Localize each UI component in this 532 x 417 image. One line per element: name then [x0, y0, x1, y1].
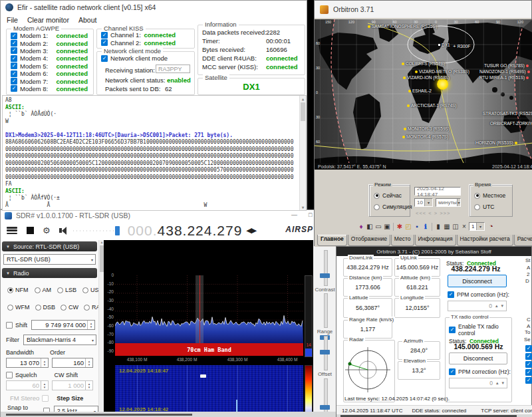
time-utc-radio[interactable]: [474, 204, 480, 210]
chevron-down-icon[interactable]: ▾: [476, 223, 484, 230]
tx-ppm-checkbox[interactable]: [449, 368, 456, 375]
gear-icon[interactable]: ⚙: [43, 226, 51, 235]
split-view-icon[interactable]: ◫: [452, 222, 460, 231]
monitor-scrollbar[interactable]: ▲ ▼: [299, 96, 306, 210]
waterfall[interactable]: 12.04.2025 14:18:47 12.04.2025 14:18:42: [115, 365, 303, 417]
scroll-up-icon[interactable]: ▲: [300, 96, 306, 102]
menu-icon[interactable]: [7, 227, 17, 234]
mode-sim-radio[interactable]: [374, 204, 380, 210]
mode-radio[interactable]: DSB: [35, 304, 56, 311]
modem-checkbox[interactable]: [11, 40, 17, 47]
squelch-checkbox[interactable]: [6, 372, 13, 378]
radio-panel-header[interactable]: ▼ Radio: [2, 268, 97, 278]
chevron-down-icon[interactable]: ▾: [424, 199, 432, 206]
volume-slider-handle[interactable]: [115, 226, 120, 235]
volume-icon[interactable]: [59, 227, 66, 235]
menu-clear-monitor[interactable]: Clear monitor: [27, 16, 69, 24]
world-map[interactable]: 1501209060300306090120 60 30 0 30 60 SAM…: [315, 19, 532, 163]
info-icon[interactable]: ℹ: [422, 222, 430, 231]
minimize-button[interactable]: —: [291, 211, 297, 218]
menu-file[interactable]: File: [7, 16, 18, 24]
close-icon[interactable]: ×: [460, 222, 468, 231]
mode-radio[interactable]: CW: [61, 304, 78, 311]
chevron-down-icon[interactable]: ▾: [457, 199, 460, 206]
frequency-step-arrows[interactable]: ◀▶: [246, 226, 256, 235]
exit-icon[interactable]: ♦: [357, 222, 365, 231]
orbitron-tab[interactable]: Информация: [415, 235, 456, 246]
orbitron-tab[interactable]: Главное: [317, 235, 347, 246]
spinner-icon[interactable]: ▴▾: [85, 358, 92, 367]
shift-field[interactable]: 9 749 974 000 ▴▾: [31, 320, 95, 330]
screen-select-combo[interactable]: 1 ▾: [469, 222, 485, 231]
orbitron-titlebar[interactable]: Orbitron 3.71: [315, 1, 531, 18]
rx-ppm-checkbox[interactable]: [448, 291, 454, 298]
time-local-radio[interactable]: [474, 193, 480, 199]
satellite-checkbox[interactable]: [525, 361, 532, 368]
modem-checkbox[interactable]: [11, 70, 17, 77]
shift-checkbox[interactable]: [6, 322, 13, 329]
tx-ppm-field[interactable]: 0 ▴ ▾: [449, 378, 507, 388]
mode-radio[interactable]: LSB: [57, 287, 76, 293]
scroll-down-icon[interactable]: ▼: [300, 204, 306, 210]
menu-about[interactable]: About: [78, 16, 96, 24]
channel-checkbox[interactable]: [101, 32, 108, 39]
source-combo[interactable]: RTL-SDR (USB) ▾: [3, 254, 96, 265]
modem-checkbox[interactable]: [11, 55, 17, 62]
spinner-up-icon[interactable]: ▴: [496, 380, 499, 386]
clock-icon[interactable]: ◔: [489, 222, 493, 230]
satellite-checkbox[interactable]: [525, 345, 532, 352]
rx-ppm-field[interactable]: 0 ▴ ▾: [448, 301, 507, 311]
zoom-slider[interactable]: [324, 250, 328, 286]
minimize-icon[interactable]: ▭: [374, 222, 382, 231]
bandwidth-field[interactable]: 13 070 ▴▾: [6, 358, 49, 368]
satellite-checkbox[interactable]: [525, 369, 532, 376]
spinner-down-icon[interactable]: ▾: [501, 303, 503, 309]
orbitron-tab[interactable]: Настройки расчета: [457, 235, 513, 246]
spinner-down-icon[interactable]: ▾: [501, 380, 504, 386]
tx-disconnect-button[interactable]: Disconnect: [449, 352, 507, 364]
mode-now-radio[interactable]: [374, 193, 380, 199]
mode-radio[interactable]: AM: [35, 287, 52, 293]
volume-slider[interactable]: [73, 227, 120, 234]
network-mode-checkbox[interactable]: [101, 55, 108, 62]
open-tle-icon[interactable]: ◰: [404, 222, 412, 231]
setup-icon[interactable]: ✱: [396, 222, 404, 231]
step-unit-combo[interactable]: минуты ▾: [436, 198, 461, 207]
datetime-field[interactable]: 2025-04-12 14:18:47: [414, 187, 461, 196]
receiving-station-input[interactable]: RA3PPY: [156, 65, 190, 73]
stop-icon[interactable]: [27, 227, 34, 234]
screenshot-icon[interactable]: ◧: [366, 222, 374, 231]
frequency-display[interactable]: 000.438.224.279 ◀▶: [128, 223, 257, 239]
spectrum-plot[interactable]: 70cm Ham Band: [115, 275, 303, 356]
rx-disconnect-button[interactable]: Disconnect: [448, 275, 507, 287]
toolbar-separator[interactable]: [392, 222, 395, 231]
scrollbar-thumb[interactable]: [301, 102, 305, 121]
filter-combo[interactable]: Blackman-Harris 4 ▾: [23, 335, 96, 345]
horizontal-scrollbar[interactable]: [6, 414, 192, 416]
toolbar-separator[interactable]: [430, 222, 434, 231]
modem-checkbox[interactable]: [11, 78, 17, 84]
source-panel-header[interactable]: ▼ Source: RTL-SDR (USB): [2, 241, 97, 251]
packet-monitor[interactable]: ▲ ▼ A8 ASCII: ¦ ``b` ÀÒÅdÙÔ(· W DX1>Mode…: [2, 95, 307, 211]
spinner-icon[interactable]: ▴▾: [87, 321, 94, 329]
fullscreen-icon[interactable]: ▣: [383, 222, 391, 231]
order-field[interactable]: 160 ▴▾: [52, 358, 93, 368]
modem-checkbox[interactable]: [11, 47, 17, 54]
spinner-icon[interactable]: ▴▾: [41, 358, 48, 367]
modem-checkbox[interactable]: [11, 33, 17, 39]
contrast-slider[interactable]: [324, 293, 328, 328]
orbitron-tab[interactable]: Расчет: [514, 235, 532, 246]
range-slider-handle[interactable]: [320, 350, 330, 354]
modem-checkbox[interactable]: [11, 63, 17, 69]
modem-checkbox[interactable]: [11, 85, 17, 92]
step-value-combo[interactable]: 10 ▾: [414, 198, 433, 207]
mode-radio[interactable]: WFM: [7, 304, 30, 311]
satellite-checkbox[interactable]: [525, 377, 532, 384]
sdr-titlebar[interactable]: SDR# v1.0.0.1700 - RTL-SDR (USB) — □: [1, 210, 335, 221]
satellite-checkbox[interactable]: [525, 353, 532, 360]
time-nav-arrows[interactable]: <<< < > >>>: [416, 210, 450, 216]
spinner-up-icon[interactable]: ▴: [495, 303, 498, 309]
channel-checkbox[interactable]: [101, 39, 108, 46]
mode-radio[interactable]: NFM: [7, 287, 29, 293]
maximize-button[interactable]: □: [309, 211, 312, 218]
